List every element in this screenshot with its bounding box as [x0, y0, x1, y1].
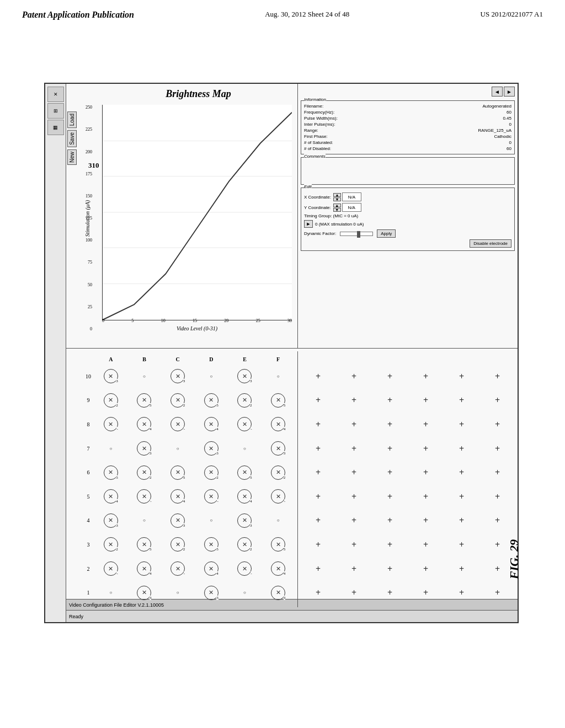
table-row: ○: [94, 437, 127, 461]
table-row: 5: [262, 533, 295, 556]
y-coord-row: Y Coordinate: ▲ ▼ N/A: [304, 203, 511, 212]
x-coord-input[interactable]: N/A: [342, 192, 361, 201]
table-row: ○: [195, 509, 228, 533]
electrode-circle[interactable]: -: [170, 561, 185, 576]
electrode-circle[interactable]: 5: [237, 465, 252, 480]
list-item: +: [372, 510, 407, 533]
electrode-circle[interactable]: 3: [271, 441, 285, 456]
dynamic-factor-label: Dynamic Factor:: [304, 231, 336, 236]
electrode-circle[interactable]: 5: [137, 393, 151, 408]
electrode-circle[interactable]: 4: [104, 489, 118, 504]
electrode-circle[interactable]: -: [104, 561, 118, 576]
electrode-circle[interactable]: -: [137, 489, 151, 504]
electrode-circle[interactable]: 2: [170, 393, 185, 408]
electrode-circle[interactable]: 2: [137, 465, 151, 480]
inter-pulse-label: Inter Pulse(ms):: [304, 122, 335, 127]
electrode-circle[interactable]: 4: [271, 417, 285, 431]
table-row: 3: [94, 509, 127, 533]
disable-electrode-button[interactable]: Disable electrode: [470, 239, 511, 248]
table-row: ○: [128, 509, 161, 533]
first-phase-row: First Phase: Cathodic: [304, 134, 511, 139]
electrode-circle[interactable]: 3: [104, 513, 118, 528]
electrode-circle[interactable]: 4: [237, 489, 252, 504]
table-row: 3: [161, 509, 194, 533]
comments-title: Comments: [304, 154, 326, 159]
apply-button[interactable]: Apply: [377, 229, 396, 238]
electrode-circle[interactable]: 2: [237, 393, 252, 408]
electrode-circle[interactable]: 4: [137, 561, 151, 576]
electrode-circle[interactable]: 5: [271, 393, 285, 408]
saturated-label: # of Saturated:: [304, 140, 333, 145]
electrode-circle[interactable]: 2: [104, 537, 118, 552]
electrode-circle[interactable]: 3: [204, 441, 218, 456]
electrode-circle[interactable]: -: [237, 561, 252, 576]
first-phase-value: Cathodic: [494, 134, 511, 139]
electrode-circle[interactable]: 3: [137, 441, 151, 456]
electrode-circle[interactable]: 2: [104, 393, 118, 408]
dynamic-slider[interactable]: [340, 232, 373, 236]
electrode-circle[interactable]: 5: [204, 537, 218, 552]
y-down-arrow[interactable]: ▼: [333, 208, 341, 212]
electrode-circle[interactable]: 4: [137, 417, 151, 431]
electrode-circle[interactable]: 5: [204, 393, 218, 408]
inter-pulse-row: Inter Pulse(ms): 0: [304, 122, 511, 127]
list-item: +: [444, 533, 479, 556]
list-item: +: [408, 533, 443, 556]
row-label-1: 1: [83, 581, 94, 604]
grid-corner: [83, 354, 94, 364]
x-icon[interactable]: ✕: [47, 87, 64, 102]
electrode-circle[interactable]: 4: [204, 417, 218, 431]
electrode-circle[interactable]: 4: [170, 489, 185, 504]
col-header-A: A: [94, 354, 127, 364]
grid-icon[interactable]: ▦: [47, 120, 64, 135]
electrode-circle[interactable]: 2: [170, 537, 185, 552]
next-button[interactable]: ►: [504, 87, 515, 97]
x-coord-arrows: ▲ ▼: [333, 193, 341, 201]
list-item: +: [444, 389, 479, 413]
electrode-circle[interactable]: 5: [271, 537, 285, 552]
y-coord-input[interactable]: N/A: [342, 203, 361, 212]
new-button[interactable]: New: [67, 149, 77, 165]
save-button[interactable]: Save: [67, 130, 77, 147]
x-down-arrow[interactable]: ▼: [333, 197, 341, 201]
table-row: 2: [228, 533, 262, 556]
electrode-circle[interactable]: 3: [170, 369, 185, 383]
electrode-circle[interactable]: 2: [271, 465, 285, 480]
electrode-circle[interactable]: -: [104, 417, 118, 431]
electrode-circle[interactable]: 3: [237, 369, 252, 383]
electrode-circle[interactable]: 4: [204, 561, 218, 576]
electrode-circle[interactable]: -: [271, 489, 285, 504]
prev-button[interactable]: ◄: [492, 87, 503, 97]
electrode-circle[interactable]: 5: [170, 465, 185, 480]
electrode-circle[interactable]: 5: [137, 537, 151, 552]
copy-icon[interactable]: ⊞: [47, 103, 64, 119]
electrode-circle[interactable]: 3: [271, 586, 285, 600]
table-row: 5: [128, 389, 161, 413]
electrode-circle[interactable]: 5: [104, 465, 118, 480]
table-row: 4: [228, 485, 262, 508]
col-header-C: C: [161, 354, 194, 364]
electrode-circle[interactable]: 2: [237, 537, 252, 552]
electrode-circle[interactable]: -: [170, 417, 185, 431]
load-button[interactable]: Load: [67, 111, 77, 128]
electrode-circle[interactable]: 3: [237, 513, 252, 528]
table-row: 4: [195, 413, 228, 436]
publication-meta: Aug. 30, 2012 Sheet 24 of 48: [265, 10, 349, 19]
electrode-circle[interactable]: 3: [104, 369, 118, 383]
play-button[interactable]: ►: [304, 220, 313, 228]
electrode-left-section: A B C D E F 10 3 ○ 3 ○ 3: [66, 351, 298, 607]
inner-content: Load Save New 310 Brightness Map Stimula…: [66, 84, 518, 610]
electrode-circle[interactable]: -: [204, 489, 218, 504]
electrode-circle[interactable]: 4: [271, 561, 285, 576]
first-phase-label: First Phase:: [304, 134, 328, 139]
electrode-circle[interactable]: 3: [137, 586, 151, 600]
y-up-arrow[interactable]: ▲: [333, 204, 341, 207]
electrode-circle[interactable]: 2: [204, 465, 218, 480]
list-item: +: [372, 437, 407, 461]
electrode-circle[interactable]: -: [237, 417, 252, 431]
x-up-arrow[interactable]: ▲: [333, 193, 341, 197]
publication-title: Patent Application Publication: [22, 10, 134, 20]
electrode-circle[interactable]: 3: [204, 586, 218, 600]
filename-value: Autogenerated: [483, 104, 512, 109]
electrode-circle[interactable]: 3: [170, 513, 185, 528]
